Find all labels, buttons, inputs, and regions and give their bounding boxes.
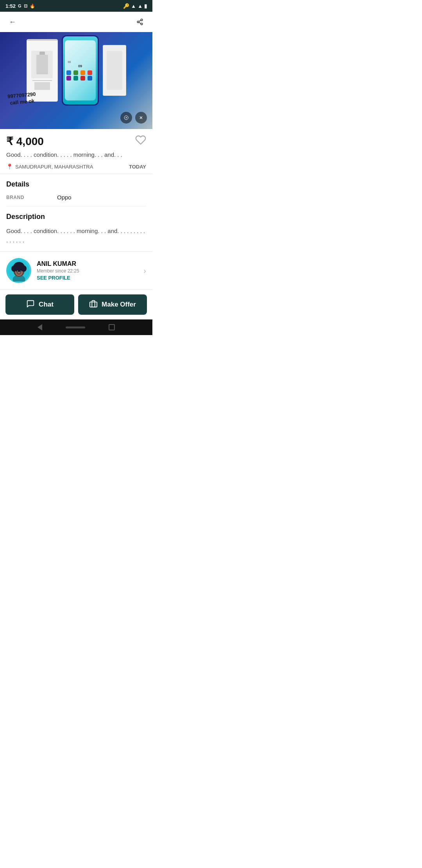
content: ₹ 4,000 Good. . . . condition. . . . . m… [0, 129, 152, 319]
back-button[interactable]: ← [5, 15, 20, 29]
status-time: 1:52 [5, 3, 16, 9]
phone-device: 00 09 [62, 35, 99, 106]
watermark: 9977097290 call me ok [7, 91, 37, 107]
price: ₹ 4,000 [6, 135, 44, 148]
price-row: ₹ 4,000 [0, 129, 152, 151]
brand-row: BRAND Oppo [6, 194, 146, 206]
back-nav-icon[interactable] [38, 324, 42, 330]
description-body: Good. . . . condition. . . . . . morning… [6, 226, 146, 251]
seller-since: Member since 22:25 [37, 268, 79, 274]
offer-label: Make Offer [102, 301, 136, 308]
brand-value: Oppo [57, 194, 72, 201]
google-icon: G [18, 4, 21, 8]
make-offer-button[interactable]: Make Offer [78, 294, 147, 315]
see-profile-link[interactable]: SEE PROFILE [37, 275, 79, 281]
share-button[interactable] [133, 15, 147, 29]
location-row: 📍 SAMUDRAPUR, MAHARASHTRA TODAY [0, 162, 152, 174]
video-controls [120, 112, 147, 124]
offer-icon [89, 299, 98, 310]
phone-screen: 00 09 [65, 40, 96, 100]
svg-point-16 [14, 262, 23, 268]
description-title: Description [6, 213, 146, 221]
location-text: SAMUDRAPUR, MAHARASHTRA [15, 164, 93, 170]
product-mockup: 00 09 [27, 35, 126, 106]
seller-arrow-icon: › [143, 266, 146, 275]
battery-icon: ▮ [144, 3, 147, 9]
status-left: 1:52 G ⊡ 🔥 [5, 3, 35, 9]
details-title: Details [6, 180, 146, 188]
svg-point-20 [20, 271, 21, 271]
seller-section[interactable]: ANIL KUMAR Member since 22:25 SEE PROFIL… [0, 252, 152, 290]
location-icon: 📍 [6, 163, 13, 170]
avatar-illustration [8, 260, 30, 282]
description-section: Description Good. . . . condition. . . .… [0, 206, 152, 252]
svg-marker-6 [126, 117, 127, 118]
top-nav: ← [0, 12, 152, 32]
date-text: TODAY [129, 164, 146, 170]
status-right: 🔑 ▲ ▲ ▮ [123, 3, 147, 9]
android-nav-bar [0, 319, 152, 335]
details-section: Details BRAND Oppo [0, 174, 152, 206]
play-button[interactable] [120, 112, 132, 124]
signal-icon: ▲ [138, 3, 143, 9]
favorite-button[interactable] [135, 135, 146, 148]
seller-info: ANIL KUMAR Member since 22:25 SEE PROFIL… [37, 260, 79, 281]
close-video-button[interactable] [135, 112, 147, 124]
chat-label: Chat [39, 301, 54, 308]
brand-label: BRAND [6, 195, 57, 200]
svg-rect-21 [90, 302, 97, 307]
fire-icon: 🔥 [30, 4, 35, 9]
clipboard-icon: ⊡ [24, 4, 27, 9]
wifi-icon: ▲ [131, 3, 136, 9]
recents-nav-icon[interactable] [109, 324, 115, 330]
chat-button[interactable]: Chat [5, 294, 74, 315]
seller-avatar [6, 258, 31, 283]
svg-line-4 [139, 20, 141, 22]
short-description: Good. . . . condition. . . . . morning. … [0, 151, 152, 162]
home-nav-icon[interactable] [66, 326, 85, 328]
bottom-buttons: Chat Make Offer [0, 290, 152, 319]
status-bar: 1:52 G ⊡ 🔥 🔑 ▲ ▲ ▮ [0, 0, 152, 12]
seller-left: ANIL KUMAR Member since 22:25 SEE PROFIL… [6, 258, 79, 283]
svg-line-3 [139, 22, 141, 23]
svg-point-19 [17, 271, 18, 271]
key-icon: 🔑 [123, 3, 129, 9]
seller-name: ANIL KUMAR [37, 260, 79, 267]
location-left: 📍 SAMUDRAPUR, MAHARASHTRA [6, 163, 93, 170]
chat-icon [26, 299, 35, 310]
